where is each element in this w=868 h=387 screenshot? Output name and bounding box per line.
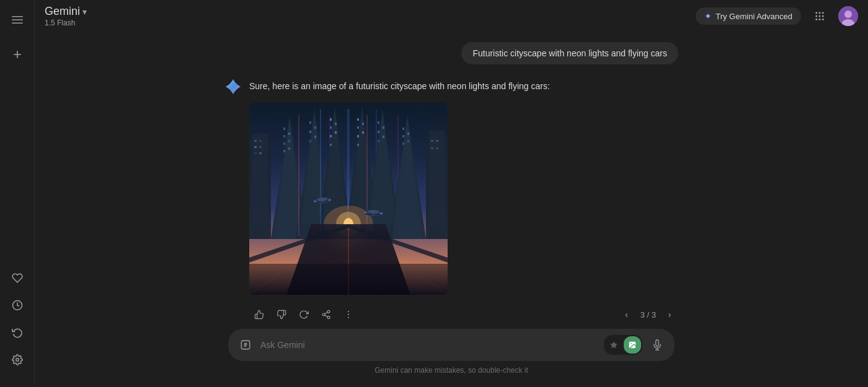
svg-rect-35 <box>283 128 285 130</box>
chat-area: Futuristic cityscape with neon lights an… <box>35 32 868 324</box>
svg-rect-46 <box>309 140 311 142</box>
svg-point-13 <box>822 19 824 20</box>
svg-rect-68 <box>362 131 364 134</box>
refresh-button[interactable] <box>294 305 314 324</box>
svg-rect-39 <box>288 133 290 135</box>
svg-rect-1 <box>12 19 23 20</box>
app-title: Gemini <box>45 5 80 18</box>
svg-rect-28 <box>429 131 445 239</box>
main-content: Gemini ▾ 1.5 Flash ✦ Try Gemini Advanced <box>35 0 868 387</box>
svg-rect-76 <box>383 126 384 129</box>
svg-rect-0 <box>12 16 23 17</box>
thumbs-up-button[interactable] <box>249 305 269 324</box>
svg-rect-86 <box>407 140 409 142</box>
header: Gemini ▾ 1.5 Flash ✦ Try Gemini Advanced <box>35 0 868 32</box>
favorites-button[interactable] <box>5 266 30 290</box>
svg-rect-47 <box>314 126 316 129</box>
input-wrapper <box>228 329 675 361</box>
try-advanced-button[interactable]: ✦ Try Gemini Advanced <box>696 7 801 25</box>
history-button[interactable] <box>5 320 30 345</box>
action-buttons-left <box>249 305 358 324</box>
menu-button[interactable] <box>5 7 30 32</box>
image-gen-toggle[interactable] <box>604 335 642 355</box>
pagination-label: 3 / 3 <box>640 310 656 320</box>
svg-point-6 <box>819 12 821 14</box>
next-page-button[interactable]: › <box>661 306 678 323</box>
new-chat-button[interactable] <box>5 42 30 67</box>
user-message-container: Futuristic cityscape with neon lights an… <box>224 42 678 64</box>
svg-rect-73 <box>378 121 379 124</box>
svg-point-9 <box>819 15 821 17</box>
svg-point-123 <box>348 317 349 318</box>
header-right: ✦ Try Gemini Advanced <box>696 5 858 27</box>
apps-button[interactable] <box>808 5 831 27</box>
svg-rect-25 <box>254 152 257 154</box>
svg-rect-65 <box>357 135 359 137</box>
svg-rect-77 <box>383 136 384 138</box>
svg-rect-57 <box>335 123 337 125</box>
svg-rect-85 <box>407 133 409 135</box>
svg-rect-64 <box>357 126 359 129</box>
prev-page-button[interactable]: ‹ <box>618 306 636 323</box>
sidebar <box>0 0 35 387</box>
chat-input[interactable] <box>260 340 599 350</box>
svg-rect-75 <box>378 140 379 142</box>
header-left: Gemini ▾ 1.5 Flash <box>45 5 87 27</box>
user-message: Futuristic cityscape with neon lights an… <box>461 42 678 64</box>
chat-content: Futuristic cityscape with neon lights an… <box>210 42 693 324</box>
ai-header: Sure, here is an image of a futuristic c… <box>224 77 678 95</box>
svg-rect-74 <box>378 131 379 133</box>
avatar[interactable] <box>838 6 858 26</box>
svg-point-122 <box>348 314 349 315</box>
ai-response-text: Sure, here is an image of a futuristic c… <box>249 77 550 93</box>
svg-point-116 <box>327 310 330 313</box>
model-dropdown-arrow[interactable]: ▾ <box>82 7 87 17</box>
svg-line-119 <box>325 315 328 317</box>
thumbs-down-button[interactable] <box>272 305 291 324</box>
svg-rect-83 <box>402 135 404 137</box>
svg-rect-41 <box>288 147 290 150</box>
svg-point-12 <box>819 19 821 20</box>
disclaimer-text: Gemini can make mistakes, so double-chec… <box>374 366 528 375</box>
svg-rect-48 <box>314 136 316 138</box>
svg-point-7 <box>822 12 824 14</box>
svg-point-11 <box>815 19 817 20</box>
title-group: Gemini ▾ 1.5 Flash <box>45 5 87 27</box>
generated-image-container <box>249 103 678 295</box>
more-options-button[interactable] <box>339 305 358 324</box>
svg-rect-37 <box>283 142 285 145</box>
attach-button[interactable] <box>236 335 255 355</box>
svg-rect-38 <box>283 150 285 152</box>
svg-rect-40 <box>288 140 290 142</box>
svg-rect-24 <box>259 146 262 148</box>
svg-point-10 <box>822 15 824 17</box>
svg-point-4 <box>16 359 19 362</box>
svg-rect-82 <box>402 128 404 130</box>
microphone-button[interactable] <box>647 335 667 355</box>
toggle-right-icon <box>624 336 641 354</box>
svg-rect-2 <box>12 23 23 24</box>
svg-point-15 <box>844 11 852 18</box>
recent-button[interactable] <box>5 293 30 318</box>
gemini-icon <box>224 78 242 95</box>
svg-rect-67 <box>362 123 364 125</box>
svg-point-8 <box>815 15 817 17</box>
ai-response: Sure, here is an image of a futuristic c… <box>224 77 678 324</box>
svg-rect-44 <box>309 121 311 124</box>
svg-rect-56 <box>330 144 332 146</box>
star-icon: ✦ <box>704 11 712 21</box>
svg-rect-26 <box>259 152 262 154</box>
input-area: Gemini can make mistakes, so double-chec… <box>35 324 868 387</box>
svg-rect-31 <box>431 147 433 149</box>
share-button[interactable] <box>316 305 336 324</box>
generated-image <box>249 103 448 295</box>
svg-rect-55 <box>330 135 332 137</box>
svg-rect-32 <box>436 147 438 149</box>
settings-button[interactable] <box>5 347 30 372</box>
svg-point-118 <box>327 316 330 319</box>
svg-rect-54 <box>330 126 332 129</box>
try-advanced-label: Try Gemini Advanced <box>715 12 792 21</box>
svg-rect-53 <box>330 118 332 121</box>
model-label: 1.5 Flash <box>45 19 87 27</box>
svg-point-117 <box>322 313 325 316</box>
